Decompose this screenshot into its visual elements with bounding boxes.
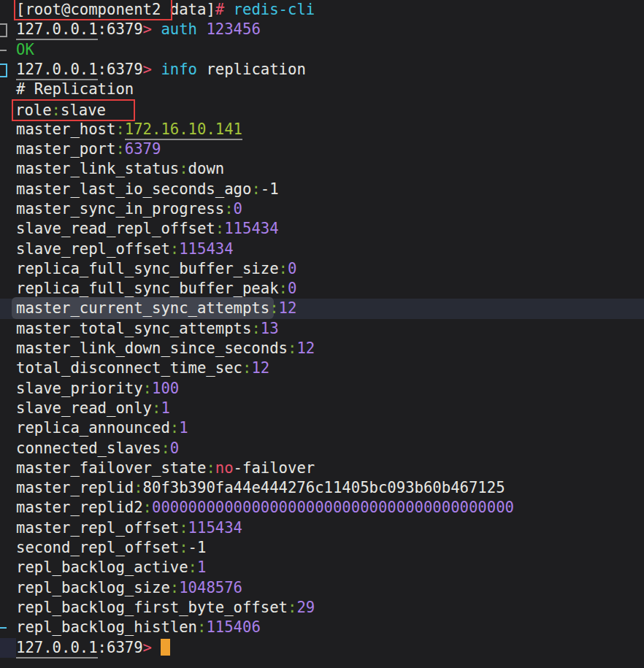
line-content: master_port:6379 bbox=[16, 140, 161, 158]
prompt-ip[interactable]: 127.0.0.1 bbox=[16, 639, 98, 659]
line-content: master_link_status:down bbox=[16, 160, 224, 177]
colon: : bbox=[161, 439, 169, 457]
info-key: replica_full_sync_buffer_size bbox=[16, 260, 279, 277]
info-key: master_last_io_seconds_ago bbox=[16, 180, 251, 198]
auth-response-line: OK bbox=[0, 40, 644, 60]
line-content: repl_backlog_first_byte_offset:29 bbox=[16, 599, 315, 616]
command-redis-cli: redis-cli bbox=[234, 1, 315, 18]
colon: : bbox=[188, 558, 197, 576]
info-line: connected_slaves:0 bbox=[0, 439, 644, 458]
info-key: repl_backlog_histlen bbox=[16, 618, 197, 636]
info-value: 115434 bbox=[188, 519, 242, 537]
info-value: -1 bbox=[261, 180, 279, 198]
info-value: 1048576 bbox=[179, 579, 242, 596]
colon: : bbox=[143, 380, 152, 397]
line-content: slave_read_only:1 bbox=[16, 399, 170, 417]
info-value: 1 bbox=[197, 558, 206, 576]
info-value: 12 bbox=[296, 339, 315, 357]
prompt-ip[interactable]: 127.0.0.1 bbox=[16, 61, 98, 80]
info-value: down bbox=[188, 160, 225, 177]
prompt-line-active: 127.0.0.1:6379> bbox=[0, 638, 644, 658]
info-line: slave_repl_offset:115434 bbox=[0, 239, 644, 259]
info-key: role bbox=[15, 101, 52, 119]
terminal-body[interactable]: [root@component2 data]# redis-cli127.0.0… bbox=[0, 0, 644, 658]
info-line: master_replid:80f3b390fa44e444276c11405b… bbox=[0, 478, 644, 498]
line-content: connected_slaves:0 bbox=[16, 439, 179, 457]
info-value: 0 bbox=[170, 439, 179, 457]
info-key: connected_slaves bbox=[16, 439, 161, 457]
prompt-ip[interactable]: 127.0.0.1 bbox=[16, 20, 98, 40]
master-host-ip[interactable]: 172.16.10.141 bbox=[125, 120, 242, 140]
info-line: replica_full_sync_buffer_size:0 bbox=[0, 259, 644, 279]
line-content: slave_priority:100 bbox=[16, 380, 179, 397]
colon: : bbox=[170, 240, 179, 258]
colon: : bbox=[215, 220, 224, 237]
info-key: replica_full_sync_buffer_peak bbox=[16, 280, 279, 297]
colon: : bbox=[269, 299, 278, 317]
info-key: master_replid2 bbox=[16, 499, 143, 516]
info-line: master_host:172.16.10.141 bbox=[0, 120, 644, 139]
info-line: replica_announced:1 bbox=[0, 418, 644, 438]
info-key: repl_backlog_active bbox=[16, 558, 188, 576]
prompt-port: :6379 bbox=[98, 20, 143, 38]
line-content: slave_read_repl_offset:115434 bbox=[16, 220, 279, 237]
line-content: master_link_down_since_seconds:12 bbox=[16, 339, 315, 357]
line-content: repl_backlog_size:1048576 bbox=[16, 579, 242, 596]
command-decoration-icon[interactable] bbox=[0, 64, 7, 77]
colon: : bbox=[115, 120, 124, 138]
spacer bbox=[152, 639, 161, 656]
info-value: -1 bbox=[188, 539, 207, 556]
colon: : bbox=[152, 399, 161, 417]
spacer bbox=[197, 20, 206, 38]
shell-command-line: [root@component2 data]# redis-cli bbox=[0, 0, 644, 20]
line-content: [root@component2 data]# redis-cli bbox=[16, 1, 315, 18]
terminal-window[interactable]: [root@component2 data]# redis-cli127.0.0… bbox=[0, 0, 644, 668]
info-line: total_disconnect_time_sec:12 bbox=[0, 358, 644, 378]
info-value: -failover bbox=[234, 459, 315, 477]
line-content: replica_announced:1 bbox=[16, 419, 188, 437]
colon: : bbox=[279, 260, 288, 277]
line-content: master_failover_state:no-failover bbox=[16, 459, 315, 477]
line-content: repl_backlog_histlen:115406 bbox=[16, 618, 261, 636]
shell-prompt-hash: # bbox=[215, 1, 224, 18]
gutter-marker-icon bbox=[0, 638, 16, 658]
line-content: master_total_sync_attempts:13 bbox=[16, 320, 279, 337]
colon: : bbox=[52, 101, 61, 119]
auth-password: 123456 bbox=[206, 20, 260, 38]
line-content: master_replid:80f3b390fa44e444276c11405b… bbox=[16, 479, 505, 496]
info-value: 6379 bbox=[125, 140, 161, 158]
info-key: slave_repl_offset bbox=[16, 240, 170, 258]
info-value: 80f3b390fa44e444276c11405bc093b60b467125 bbox=[143, 479, 505, 496]
info-key: master_sync_in_progress bbox=[16, 200, 224, 218]
line-content: replica_full_sync_buffer_peak:0 bbox=[16, 280, 296, 297]
info-line: replica_full_sync_buffer_peak:0 bbox=[0, 279, 644, 299]
info-value: slave bbox=[61, 101, 106, 119]
gutter-marker-icon bbox=[0, 627, 7, 629]
info-key: master_failover_state bbox=[16, 459, 206, 477]
colon: : bbox=[288, 599, 296, 616]
colon: : bbox=[179, 160, 188, 177]
info-value: 29 bbox=[296, 599, 315, 616]
info-value: 12 bbox=[279, 299, 297, 317]
info-key: second_repl_offset bbox=[16, 539, 179, 556]
info-value: 0 bbox=[288, 280, 296, 297]
gutter-marker-icon bbox=[0, 50, 7, 51]
info-value: 115406 bbox=[206, 618, 260, 636]
line-content: master_current_sync_attempts:12 bbox=[16, 299, 296, 317]
info-value: 12 bbox=[251, 359, 269, 377]
info-line: second_repl_offset:-1 bbox=[0, 538, 644, 558]
colon: : bbox=[279, 280, 288, 297]
spacer bbox=[224, 1, 233, 18]
redis-info-line: 127.0.0.1:6379> info replication bbox=[0, 60, 644, 80]
info-value: 115434 bbox=[224, 220, 278, 237]
info-value: 13 bbox=[261, 320, 279, 337]
info-line: master_link_status:down bbox=[0, 159, 644, 179]
line-content: master_sync_in_progress:0 bbox=[16, 200, 242, 218]
command-decoration-icon[interactable] bbox=[0, 23, 7, 37]
info-line: master_port:6379 bbox=[0, 139, 644, 159]
prompt-arrow: > bbox=[143, 20, 152, 38]
info-key: master_link_down_since_seconds bbox=[16, 339, 288, 357]
colon: : bbox=[251, 180, 260, 198]
info-value: 0 bbox=[234, 200, 242, 218]
prompt-arrow: > bbox=[143, 639, 152, 656]
